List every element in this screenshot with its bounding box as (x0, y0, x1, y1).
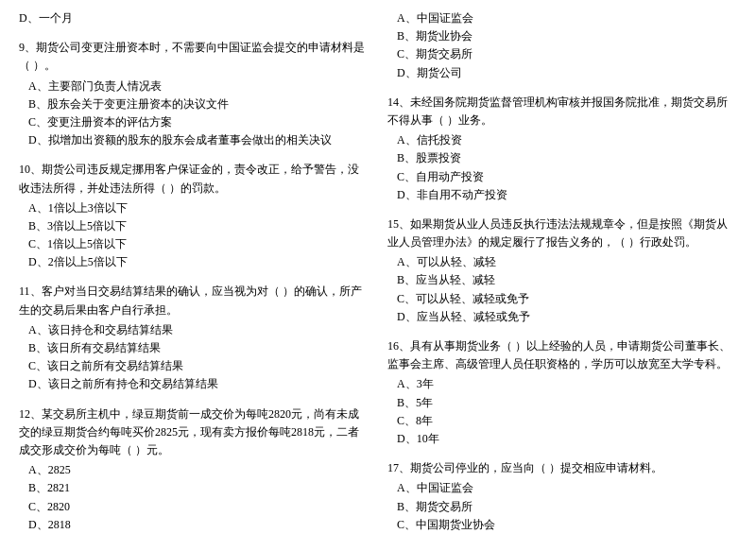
question-16-options: A、3年 B、5年 C、8年 D、10年 (387, 375, 737, 448)
q9-option-a: A、主要部门负责人情况表 (28, 78, 369, 95)
q14-option-c: C、自用动产投资 (397, 168, 737, 186)
q17-option-a: A、中国证监会 (397, 479, 737, 497)
q9-option-b: B、股东会关于变更注册资本的决议文件 (28, 95, 369, 113)
question-11-options: A、该日持仓和交易结算结果 B、该日所有交易结算结果 C、该日之前所有交易结算结… (19, 321, 369, 394)
q9-option-d: D、拟增加出资额的股东的股东会成者董事会做出的相关决议 (28, 131, 369, 149)
question-16: 16、具有从事期货业务（ ）以上经验的人员，申请期货公司董事长、监事会主席、高级… (387, 337, 737, 448)
question-17: 17、期货公司停业的，应当向（ ）提交相应申请材料。 A、中国证监会 B、期货交… (387, 459, 737, 534)
question-14: 14、未经国务院期货监督管理机构审核并报国务院批准，期货交易所不得从事（ ）业务… (387, 94, 737, 204)
left-column: D、一个月 9、期货公司变更注册资本时，不需要向中国证监会提交的申请材料是（ ）… (19, 9, 369, 534)
question-12: 12、某交易所主机中，绿豆期货前一成交价为每吨2820元，尚有未成交的绿豆期货合… (19, 405, 369, 534)
q16-option-d: D、10年 (397, 430, 737, 448)
q17-option-b: B、期货交易所 (397, 498, 737, 516)
q15-option-c: C、可以从轻、减轻或免予 (397, 290, 737, 308)
page-container: D、一个月 9、期货公司变更注册资本时，不需要向中国证监会提交的申请材料是（ ）… (19, 9, 737, 534)
q10-option-c: C、1倍以上5倍以下 (28, 235, 369, 253)
question-10: 10、期货公司违反规定挪用客户保证金的，责令改正，给予警告，没收违法所得，并处违… (19, 161, 369, 271)
q12-option-a: A、2825 (28, 461, 369, 479)
q10-option-d: D、2倍以上5倍以下 (28, 253, 369, 271)
q11-option-c: C、该日之前所有交易结算结果 (28, 357, 369, 375)
q16-option-c: C、8年 (397, 412, 737, 430)
question-16-text: 16、具有从事期货业务（ ）以上经验的人员，申请期货公司董事长、监事会主席、高级… (387, 337, 737, 373)
q16-option-b: B、5年 (397, 394, 737, 412)
q14-option-a: A、信托投资 (397, 131, 737, 149)
question-11: 11、客户对当日交易结算结果的确认，应当视为对（ ）的确认，所产生的交易后果由客… (19, 283, 369, 393)
question-14-options: A、信托投资 B、股票投资 C、自用动产投资 D、非自用不动产投资 (387, 131, 737, 204)
question-9-options: A、主要部门负责人情况表 B、股东会关于变更注册资本的决议文件 C、变更注册资本… (19, 78, 369, 150)
q11-option-a: A、该日持仓和交易结算结果 (28, 321, 369, 339)
question-15: 15、如果期货从业人员违反执行违法法规规章令，但是按照《期货从业人员管理办法》的… (387, 215, 737, 326)
question-10-text: 10、期货公司违反规定挪用客户保证金的，责令改正，给予警告，没收违法所得，并处违… (19, 161, 369, 197)
q12-option-b: B、2821 (28, 479, 369, 497)
question-13-options-block: A、中国证监会 B、期货业协会 C、期货交易所 D、期货公司 (387, 9, 737, 82)
question-15-options: A、可以从轻、减轻 B、应当从轻、减轻 C、可以从轻、减轻或免予 D、应当从轻、… (387, 253, 737, 326)
question-14-text: 14、未经国务院期货监督管理机构审核并报国务院批准，期货交易所不得从事（ ）业务… (387, 94, 737, 129)
question-17-options: A、中国证监会 B、期货交易所 C、中国期货业协会 D、国家工商总局 (387, 479, 737, 534)
question-d-text: D、一个月 (19, 11, 73, 25)
question-13-options: A、中国证监会 B、期货业协会 C、期货交易所 D、期货公司 (387, 9, 737, 82)
q15-option-b: B、应当从轻、减轻 (397, 271, 737, 289)
question-15-text: 15、如果期货从业人员违反执行违法法规规章令，但是按照《期货从业人员管理办法》的… (387, 215, 737, 251)
q9-option-c: C、变更注册资本的评估方案 (28, 113, 369, 131)
q14-option-b: B、股票投资 (397, 149, 737, 167)
q14-option-d: D、非自用不动产投资 (397, 186, 737, 204)
q17-option-c: C、中国期货业协会 (397, 516, 737, 534)
q13-option-d: D、期货公司 (397, 64, 737, 82)
q16-option-a: A、3年 (397, 375, 737, 393)
question-9: 9、期货公司变更注册资本时，不需要向中国证监会提交的申请材料是（ ）。 A、主要… (19, 39, 369, 149)
q11-option-b: B、该日所有交易结算结果 (28, 339, 369, 357)
question-17-text: 17、期货公司停业的，应当向（ ）提交相应申请材料。 (387, 459, 737, 477)
q12-option-d: D、2818 (28, 516, 369, 534)
columns: D、一个月 9、期货公司变更注册资本时，不需要向中国证监会提交的申请材料是（ ）… (19, 9, 737, 534)
question-12-options: A、2825 B、2821 C、2820 D、2818 (19, 461, 369, 534)
q13-option-b: B、期货业协会 (397, 27, 737, 45)
question-d-one-month: D、一个月 (19, 9, 369, 27)
right-column: A、中国证监会 B、期货业协会 C、期货交易所 D、期货公司 14、未经国务院期… (387, 9, 737, 534)
q15-option-d: D、应当从轻、减轻或免予 (397, 308, 737, 326)
q10-option-b: B、3倍以上5倍以下 (28, 217, 369, 235)
q12-option-c: C、2820 (28, 498, 369, 516)
q13-option-c: C、期货交易所 (397, 45, 737, 63)
q11-option-d: D、该日之前所有持仓和交易结算结果 (28, 375, 369, 393)
question-9-text: 9、期货公司变更注册资本时，不需要向中国证监会提交的申请材料是（ ）。 (19, 39, 369, 75)
question-12-text: 12、某交易所主机中，绿豆期货前一成交价为每吨2820元，尚有未成交的绿豆期货合… (19, 405, 369, 460)
q15-option-a: A、可以从轻、减轻 (397, 253, 737, 271)
question-10-options: A、1倍以上3倍以下 B、3倍以上5倍以下 C、1倍以上5倍以下 D、2倍以上5… (19, 199, 369, 272)
q10-option-a: A、1倍以上3倍以下 (28, 199, 369, 217)
question-11-text: 11、客户对当日交易结算结果的确认，应当视为对（ ）的确认，所产生的交易后果由客… (19, 283, 369, 319)
q13-option-a: A、中国证监会 (397, 9, 737, 27)
